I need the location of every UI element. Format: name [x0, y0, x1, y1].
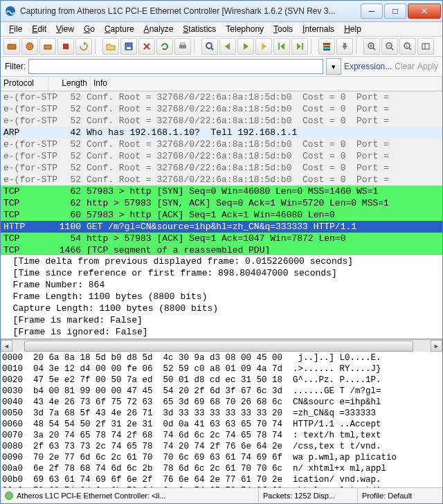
details-hscrollbar[interactable]: ◄ ►: [1, 339, 442, 352]
menu-go[interactable]: Go: [80, 23, 99, 35]
packet-list-header[interactable]: Protocol Length Info: [1, 77, 442, 91]
packet-row[interactable]: e-(for-STP52Conf. Root = 32768/0/22:6a:8…: [1, 174, 442, 186]
svg-marker-24: [342, 46, 347, 50]
svg-rect-36: [422, 44, 429, 49]
toolbar-separator: [95, 39, 100, 54]
menu-telephony[interactable]: Telephony: [222, 23, 268, 35]
packet-list-pane[interactable]: Protocol Length Info e-(for-STP52Conf. R…: [1, 77, 442, 255]
svg-rect-25: [343, 43, 346, 46]
toolbar-separator: [356, 39, 361, 54]
menu-file[interactable]: File: [5, 23, 26, 35]
close-button[interactable]: ✕: [408, 3, 441, 19]
go-back-button[interactable]: [219, 38, 236, 55]
filter-label: Filter:: [5, 62, 26, 71]
svg-marker-18: [280, 43, 284, 50]
col-protocol[interactable]: Protocol: [1, 77, 48, 91]
toolbar-separator: [194, 39, 199, 54]
svg-rect-10: [179, 45, 186, 48]
svg-marker-15: [244, 43, 248, 50]
packet-row[interactable]: e-(for-STP52Conf. Root = 32768/0/22:6a:8…: [1, 150, 442, 162]
filter-dropdown-button[interactable]: ▾: [326, 58, 341, 75]
svg-rect-7: [127, 47, 131, 49]
svg-marker-20: [297, 43, 301, 50]
find-button[interactable]: [201, 38, 218, 55]
status-profile[interactable]: Profile: Default: [358, 488, 442, 503]
stop-capture-button[interactable]: [57, 38, 74, 55]
packet-row[interactable]: e-(for-STP52Conf. Root = 32768/0/22:6a:8…: [1, 138, 442, 150]
svg-rect-22: [323, 46, 330, 48]
packet-row[interactable]: e-(for-STP52Conf. Root = 32768/0/22:6a:8…: [1, 103, 442, 115]
filter-clear-button[interactable]: Clear: [395, 62, 415, 71]
scroll-left-button[interactable]: ◄: [1, 340, 12, 352]
col-info[interactable]: Info: [91, 77, 442, 91]
svg-line-13: [211, 48, 213, 50]
svg-line-34: [409, 48, 411, 50]
menu-statistics[interactable]: Statistics: [179, 23, 220, 35]
packet-row[interactable]: TCP62http > 57983 [SYN, ACK] Seq=0 Ack=1…: [1, 197, 442, 209]
menu-edit[interactable]: Edit: [28, 23, 51, 35]
packet-row[interactable]: HTTP1100GET /m?gl=CN&source=ihp&hl=zh_CN…: [1, 221, 442, 233]
packet-row[interactable]: TCP6257983 > http [SYN] Seq=0 Win=46080 …: [1, 186, 442, 197]
status-bar: Atheros L1C PCI-E Ethernet Controller: <…: [1, 487, 442, 503]
wireshark-icon: [5, 6, 16, 17]
packet-row[interactable]: e-(for-STP52Conf. Root = 32768/0/22:6a:8…: [1, 115, 442, 127]
packet-row[interactable]: TCP1466[TCP segment of a reassembled PDU…: [1, 244, 442, 255]
filter-toolbar: Filter: ▾ Expression... Clear Apply: [1, 57, 442, 77]
svg-rect-11: [181, 43, 185, 45]
packet-details-pane[interactable]: [Time delta from previous displayed fram…: [1, 255, 442, 339]
scroll-thumb[interactable]: [24, 341, 413, 352]
svg-rect-4: [63, 44, 69, 49]
open-button[interactable]: [102, 38, 119, 55]
packet-row[interactable]: e-(for-STP52Conf. Root = 32768/0/22:6a:8…: [1, 91, 442, 103]
menu-capture[interactable]: Capture: [100, 23, 138, 35]
svg-rect-1: [8, 44, 16, 49]
print-button[interactable]: [174, 38, 191, 55]
svg-line-31: [391, 48, 393, 50]
save-button[interactable]: [120, 38, 137, 55]
packet-row[interactable]: TCP54http > 57983 [ACK] Seq=1 Ack=1047 W…: [1, 233, 442, 244]
options-button[interactable]: [21, 38, 38, 55]
menu-tools[interactable]: Tools: [269, 23, 297, 35]
restart-capture-button[interactable]: [75, 38, 92, 55]
filter-expression-button[interactable]: Expression...: [344, 62, 392, 71]
zoom-out-button[interactable]: [381, 38, 398, 55]
go-first-button[interactable]: [273, 38, 290, 55]
zoom-reset-button[interactable]: 1: [399, 38, 416, 55]
start-capture-button[interactable]: [39, 38, 56, 55]
menu-help[interactable]: Help: [340, 23, 365, 35]
resize-columns-button[interactable]: [417, 38, 434, 55]
packet-bytes-pane[interactable]: 0000 20 6a 8a 18 5d b0 d8 5d 4c 30 9a d3…: [1, 352, 442, 487]
scroll-right-button[interactable]: ►: [431, 340, 442, 352]
packet-row[interactable]: ARP42Who has 192.168.1.10? Tell 192.168.…: [1, 127, 442, 138]
colorize-button[interactable]: [318, 38, 335, 55]
svg-line-27: [373, 48, 375, 50]
maximize-button[interactable]: □: [384, 3, 406, 19]
minimize-button[interactable]: ─: [361, 3, 383, 19]
go-forward-button[interactable]: [237, 38, 254, 55]
status-packets: Packets: 1252 Disp...: [259, 488, 358, 503]
menu-view[interactable]: View: [52, 23, 78, 35]
col-length[interactable]: Length: [48, 77, 91, 91]
filter-apply-button[interactable]: Apply: [417, 62, 438, 71]
go-last-button[interactable]: [291, 38, 308, 55]
svg-point-2: [26, 43, 33, 50]
svg-rect-23: [323, 48, 330, 51]
svg-rect-3: [44, 45, 51, 49]
go-to-button[interactable]: [255, 38, 272, 55]
capture-running-icon: [5, 492, 13, 500]
close-file-button[interactable]: [138, 38, 155, 55]
autoscroll-button[interactable]: [336, 38, 353, 55]
menu-internals[interactable]: Internals: [298, 23, 338, 35]
zoom-in-button[interactable]: [363, 38, 380, 55]
svg-point-12: [206, 43, 212, 48]
svg-text:1: 1: [406, 44, 408, 48]
packet-row[interactable]: e-(for-STP52Conf. Root = 32768/0/22:6a:8…: [1, 162, 442, 174]
reload-button[interactable]: [156, 38, 173, 55]
packet-row[interactable]: TCP6057983 > http [ACK] Seq=1 Ack=1 Win=…: [1, 209, 442, 221]
window-title: Capturing from Atheros L1C PCI-E Etherne…: [20, 6, 361, 16]
svg-marker-16: [262, 43, 266, 50]
filter-input[interactable]: [28, 59, 323, 74]
toolbar-separator: [311, 39, 316, 54]
interfaces-button[interactable]: [3, 38, 20, 55]
menu-analyze[interactable]: Analyze: [140, 23, 178, 35]
